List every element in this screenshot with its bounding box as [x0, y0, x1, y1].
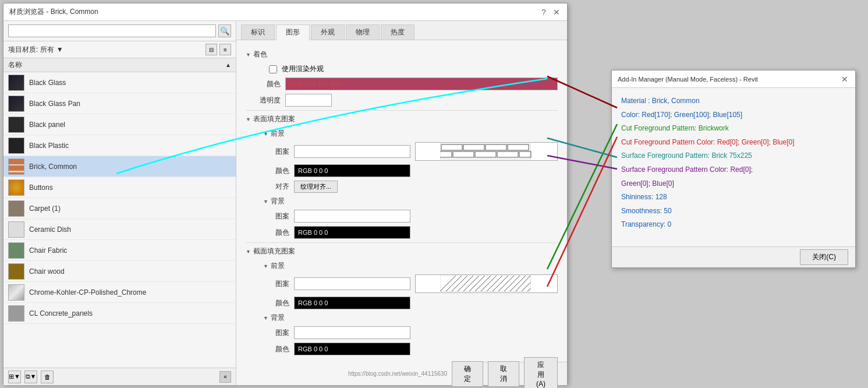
cut-fill-section-header: ▼ 截面填充图案 — [246, 246, 558, 256]
tab-标识[interactable]: 标识 — [241, 24, 275, 40]
cut-bg-color-input[interactable]: RGB 0 0 0 — [294, 343, 410, 355]
addin-info-line: Surface Foreground Pattern: Brick 75x225 — [621, 150, 846, 163]
color-input[interactable]: RGB 170 100 105 — [285, 77, 558, 90]
material-thumbnail — [8, 75, 24, 91]
material-thumbnail — [8, 284, 24, 301]
material-thumbnail — [8, 200, 24, 217]
material-item[interactable]: Chair Fabric — [3, 240, 236, 261]
surface-bg-pattern-input[interactable]: 〈无〉 — [294, 210, 410, 223]
close-button[interactable]: ✕ — [552, 8, 561, 17]
material-thumbnail — [8, 263, 24, 280]
surface-fg-pattern-preview[interactable] — [415, 142, 558, 161]
title-bar-controls: ? ✕ — [539, 8, 561, 17]
search-bar: 🔍 — [3, 21, 236, 41]
color-value: RGB 170 100 105 — [289, 80, 341, 87]
surface-fg-align-button[interactable]: 纹理对齐... — [294, 181, 338, 193]
addin-info-line: Green[0]; Blue[0] — [621, 178, 846, 191]
material-thumbnail — [8, 242, 24, 259]
filter-icons: ⊟ ≡ — [206, 44, 231, 55]
cut-fg-pattern-label: 图案 — [269, 279, 289, 289]
material-item[interactable]: Black Glass Pan — [3, 93, 236, 114]
cut-bg-pattern-input[interactable]: 〈无〉 — [294, 326, 410, 339]
render-appearance-label: 使用渲染外观 — [282, 64, 324, 74]
apply-button[interactable]: 应用(A) — [524, 357, 558, 389]
surface-bg-color-value: RGB 0 0 0 — [298, 229, 328, 236]
cut-fg-color-input[interactable]: RGB 0 0 0 — [294, 297, 410, 309]
transparency-label: 透明度 — [257, 96, 281, 105]
surface-bg-pattern-label: 图案 — [269, 211, 289, 221]
tab-外观[interactable]: 外观 — [311, 24, 345, 40]
material-item[interactable]: Buttons — [3, 177, 236, 198]
cut-fg-pattern-preview[interactable] — [415, 274, 558, 293]
material-name-text: Black Glass — [29, 79, 66, 87]
cut-fg-label: 前景 — [271, 261, 285, 271]
material-item[interactable]: Black Plastic — [3, 135, 236, 156]
addin-close-action-button[interactable]: 关闭(C) — [800, 249, 848, 265]
transparency-input[interactable]: 0 — [285, 94, 332, 107]
surface-fg-label: 前景 — [271, 129, 285, 139]
add-material-button[interactable]: ⊞▼ — [8, 371, 21, 383]
duplicate-button[interactable]: ⧉▼ — [24, 371, 37, 383]
material-item[interactable]: Brick, Common — [3, 156, 236, 177]
confirm-button[interactable]: 确定 — [452, 361, 483, 387]
cut-fg-color-value: RGB 0 0 0 — [298, 299, 328, 306]
surface-fg-triangle-icon: ▼ — [263, 131, 268, 137]
cut-bg-pattern-label: 图案 — [269, 328, 289, 338]
coloring-section-label: 着色 — [253, 50, 267, 59]
material-thumbnail — [8, 305, 24, 322]
addin-close-button[interactable]: ✕ — [840, 75, 849, 84]
surface-fg-pattern-label: 图案 — [269, 147, 289, 157]
material-item[interactable]: Ceramic Dish — [3, 219, 236, 240]
addin-info-line: Surface Foreground Pattern Color: Red[0]… — [621, 164, 846, 177]
url-text: https://blog.csdn.net/weixin_44115630 — [348, 371, 447, 377]
window-title: 材质浏览器 - Brick, Common — [9, 7, 98, 17]
addin-info-line: Color: Red[170]; Green[100]; Blue[105] — [621, 109, 846, 122]
help-button[interactable]: ? — [539, 8, 548, 17]
left-bottom-bar: ⊞▼ ⧉▼ 🗑 « — [3, 368, 236, 385]
surface-bg-color-input[interactable]: RGB 0 0 0 — [294, 226, 410, 239]
search-input[interactable] — [8, 24, 216, 37]
addin-info-line: Smoothness: 50 — [621, 205, 846, 218]
main-window: 材质浏览器 - Brick, Common ? ✕ 🔍 项目材质: 所有 ▼ ⊟… — [3, 3, 568, 385]
surface-fg-pattern-input[interactable]: Brick 75x225 — [294, 145, 410, 158]
addin-content: Material : Brick, CommonColor: Red[170];… — [612, 88, 855, 239]
material-thumbnail — [8, 179, 24, 196]
material-name-text: Black Plastic — [29, 142, 69, 150]
brick-pattern-svg — [440, 143, 533, 160]
tab-热度[interactable]: 热度 — [381, 24, 414, 40]
material-item[interactable]: CL Concrete_panels — [3, 303, 236, 324]
material-item[interactable]: Carpet (1) — [3, 198, 236, 219]
surface-bg-header: ▼ 背景 — [246, 196, 558, 206]
material-item[interactable]: Black Glass — [3, 72, 236, 93]
col-name-header: 名称 — [8, 60, 22, 70]
cut-fg-color-label: 颜色 — [269, 298, 289, 308]
scroll-up-button[interactable]: ▲ — [225, 62, 231, 68]
cut-bg-label: 背景 — [271, 313, 285, 323]
filter-dropdown-icon[interactable]: ▼ — [56, 45, 63, 54]
cut-fg-header: ▼ 前景 — [246, 261, 558, 271]
list-view-button[interactable]: ≡ — [219, 44, 231, 55]
surface-fg-color-input[interactable]: RGB 0 0 0 — [294, 164, 410, 177]
render-appearance-checkbox[interactable] — [269, 65, 277, 73]
search-button[interactable]: 🔍 — [218, 24, 231, 37]
addin-window-title: Add-In Manager (Manual Mode, Faceless) -… — [618, 76, 758, 83]
material-name-text: Black panel — [29, 121, 65, 129]
tab-图形[interactable]: 图形 — [276, 24, 310, 40]
material-item[interactable]: Chair wood — [3, 261, 236, 282]
cancel-button[interactable]: 取消 — [488, 361, 519, 387]
collapse-panel-button[interactable]: « — [219, 371, 231, 383]
surface-bg-triangle-icon: ▼ — [263, 199, 268, 204]
material-list[interactable]: Black GlassBlack Glass PanBlack panelBla… — [3, 72, 236, 369]
color-row: 颜色 RGB 170 100 105 — [246, 77, 558, 90]
cut-bg-header: ▼ 背景 — [246, 313, 558, 323]
tab-物理[interactable]: 物理 — [346, 24, 380, 40]
material-item[interactable]: Chrome-Kohler-CP-Polished_Chrome — [3, 282, 236, 303]
view-toggle-button[interactable]: ⊟ — [206, 44, 217, 55]
addin-info-line: Cut Foreground Pattern: Brickwork — [621, 122, 846, 135]
cut-fg-pattern-input[interactable]: Brickwork — [294, 277, 410, 290]
material-name-text: Ceramic Dish — [29, 225, 71, 234]
material-item[interactable]: Black panel — [3, 114, 236, 135]
cut-fg-triangle-icon: ▼ — [263, 263, 268, 269]
delete-button[interactable]: 🗑 — [41, 371, 54, 383]
cut-fill-section-label: 截面填充图案 — [253, 246, 295, 256]
